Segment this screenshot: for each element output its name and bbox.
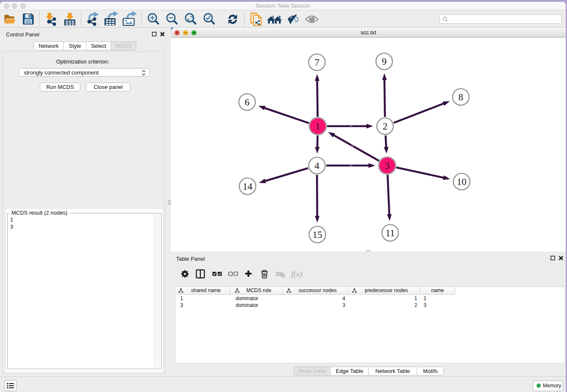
svg-text:8: 8 [458, 92, 463, 102]
svg-text:7: 7 [314, 57, 319, 68]
svg-text:14: 14 [243, 181, 253, 192]
svg-text:10: 10 [457, 177, 467, 187]
svg-text:f(x): f(x) [291, 270, 302, 279]
svg-text:4: 4 [314, 160, 319, 171]
svg-text:15: 15 [313, 229, 322, 240]
svg-text:3: 3 [385, 160, 390, 171]
svg-text:11: 11 [385, 228, 395, 238]
svg-text:1: 1 [315, 121, 320, 132]
svg-text:6: 6 [245, 97, 250, 108]
svg-text:9: 9 [382, 56, 387, 67]
svg-text:2: 2 [383, 121, 388, 132]
